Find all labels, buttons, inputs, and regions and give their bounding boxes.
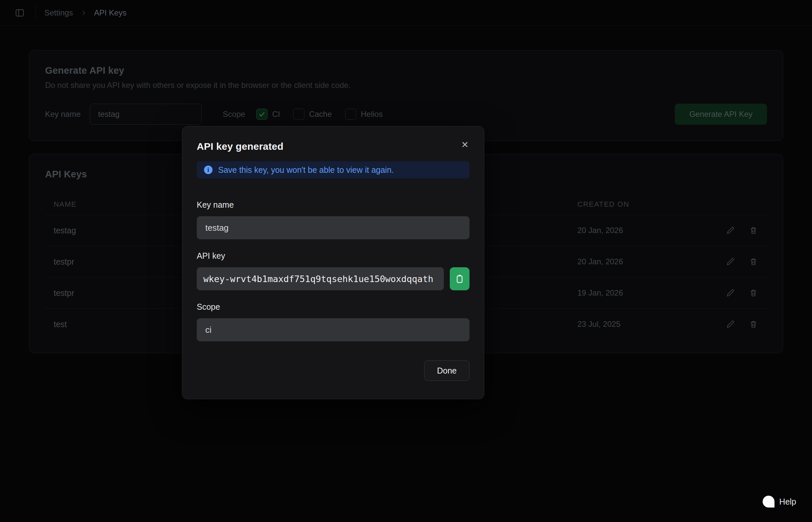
- created-on-cell: 20 Jan, 2026: [578, 226, 706, 235]
- copy-button[interactable]: [450, 267, 470, 290]
- checkbox-unchecked-icon: [345, 108, 356, 120]
- created-on-cell: 20 Jan, 2026: [578, 257, 706, 266]
- scope-checkbox-cache[interactable]: Cache: [293, 108, 332, 120]
- modal-title: API key generated: [197, 141, 470, 152]
- breadcrumb-api-keys: API Keys: [94, 8, 127, 17]
- delete-trash-icon[interactable]: [749, 319, 758, 329]
- scope-checkbox-helios[interactable]: Helios: [345, 108, 383, 120]
- modal-api-key-field: API key: [197, 251, 470, 290]
- sidebar-toggle-icon[interactable]: [13, 6, 27, 20]
- modal-api-key-input[interactable]: [197, 267, 444, 290]
- edit-pencil-icon[interactable]: [726, 288, 735, 298]
- generate-card-description: Do not share you API key with others or …: [45, 81, 767, 90]
- modal-scope-label: Scope: [197, 302, 470, 312]
- help-label: Help: [779, 497, 796, 506]
- edit-pencil-icon[interactable]: [726, 319, 735, 329]
- breadcrumb-settings[interactable]: Settings: [44, 8, 73, 17]
- delete-trash-icon[interactable]: [749, 225, 758, 235]
- delete-trash-icon[interactable]: [749, 288, 758, 298]
- key-name-input[interactable]: [90, 104, 202, 125]
- modal-scope-field: Scope: [197, 302, 470, 341]
- modal-api-key-label: API key: [197, 251, 470, 261]
- breadcrumb: Settings API Keys: [44, 8, 126, 17]
- save-key-banner: i Save this key, you won't be able to vi…: [197, 161, 470, 178]
- checkbox-checked-icon: [256, 108, 268, 120]
- scope-cache-label: Cache: [309, 109, 332, 119]
- topbar-divider: [36, 6, 36, 19]
- info-icon: i: [204, 165, 212, 174]
- checkbox-unchecked-icon: [293, 108, 304, 120]
- modal-key-name-label: Key name: [197, 200, 470, 210]
- generate-form: Key name Scope CI Cache Helios Generate …: [45, 104, 767, 125]
- scope-checkbox-ci[interactable]: CI: [256, 108, 280, 120]
- generate-api-key-button[interactable]: Generate API Key: [675, 104, 767, 125]
- key-name-label: Key name: [45, 109, 81, 119]
- modal-scope-input[interactable]: [197, 318, 470, 341]
- chat-bubble-icon: [763, 496, 774, 507]
- close-icon[interactable]: ✕: [458, 138, 472, 152]
- edit-pencil-icon[interactable]: [726, 257, 735, 267]
- edit-pencil-icon[interactable]: [726, 225, 735, 235]
- delete-trash-icon[interactable]: [749, 257, 758, 267]
- generate-card-title: Generate API key: [45, 65, 767, 76]
- created-on-cell: 19 Jan, 2026: [578, 288, 706, 298]
- scope-ci-label: CI: [272, 109, 280, 119]
- scope-label: Scope: [223, 109, 245, 119]
- api-key-generated-modal: API key generated ✕ i Save this key, you…: [182, 126, 484, 399]
- top-bar: Settings API Keys: [0, 0, 812, 26]
- column-header-created-on: CREATED ON: [578, 200, 706, 209]
- clipboard-icon: [455, 274, 464, 284]
- scope-helios-label: Helios: [361, 109, 383, 119]
- chevron-right-icon: [80, 9, 87, 16]
- created-on-cell: 23 Jul, 2025: [578, 320, 706, 329]
- banner-text: Save this key, you won't be able to view…: [218, 165, 394, 175]
- modal-key-name-input[interactable]: [197, 216, 470, 239]
- modal-key-name-field: Key name: [197, 200, 470, 239]
- done-button[interactable]: Done: [424, 360, 470, 381]
- help-button[interactable]: Help: [763, 496, 796, 507]
